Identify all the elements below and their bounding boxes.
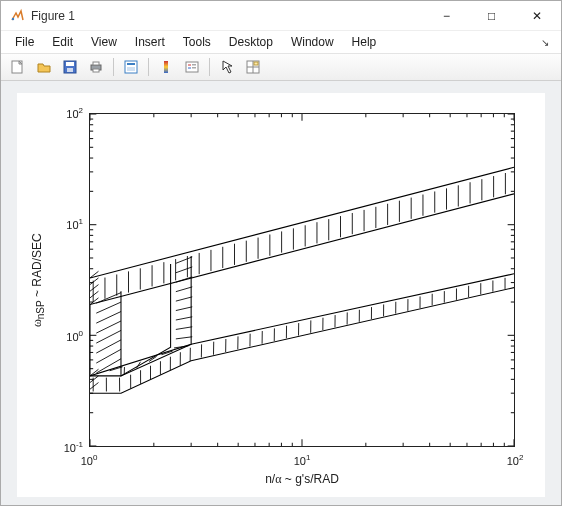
print-button[interactable] — [85, 56, 107, 78]
svg-rect-20 — [254, 62, 258, 65]
svg-rect-15 — [192, 64, 196, 66]
print-preview-button[interactable] — [120, 56, 142, 78]
svg-line-215 — [90, 291, 98, 298]
svg-rect-10 — [127, 67, 135, 71]
svg-rect-6 — [93, 62, 99, 65]
insert-colorbar-button[interactable] — [155, 56, 177, 78]
save-button[interactable] — [59, 56, 81, 78]
x-axis-label: n/α ~ g's/RAD — [89, 472, 515, 487]
menu-window[interactable]: Window — [283, 33, 342, 51]
edit-plot-button[interactable] — [216, 56, 238, 78]
matlab-icon — [9, 8, 25, 24]
svg-line-210 — [176, 267, 192, 273]
menu-file[interactable]: File — [7, 33, 42, 51]
svg-line-193 — [96, 330, 121, 343]
xtick: 101 — [294, 453, 311, 467]
figure-area: ωnSP ~ RAD/SEC 102 101 100 10-1 100 101 … — [1, 81, 561, 505]
y-axis-label: ωnSP ~ RAD/SEC — [29, 113, 47, 447]
ytick: 100 — [57, 329, 83, 343]
svg-line-206 — [176, 307, 192, 311]
svg-line-204 — [176, 327, 192, 330]
insert-legend-button[interactable] — [181, 56, 203, 78]
svg-point-0 — [12, 17, 14, 19]
svg-line-207 — [176, 297, 192, 301]
menu-insert[interactable]: Insert — [127, 33, 173, 51]
menu-edit[interactable]: Edit — [44, 33, 81, 51]
window-title: Figure 1 — [31, 9, 75, 23]
svg-rect-16 — [192, 67, 196, 69]
titlebar: Figure 1 − □ ✕ — [1, 1, 561, 31]
menu-help[interactable]: Help — [344, 33, 385, 51]
data-cursor-button[interactable] — [242, 56, 264, 78]
menu-tools[interactable]: Tools — [175, 33, 219, 51]
toolbar — [1, 53, 561, 81]
ytick: 101 — [57, 217, 83, 231]
svg-rect-4 — [67, 68, 73, 72]
svg-line-192 — [96, 321, 121, 333]
svg-line-191 — [96, 312, 121, 324]
plot-frame: ωnSP ~ RAD/SEC 102 101 100 10-1 100 101 … — [17, 93, 545, 497]
svg-line-213 — [90, 278, 98, 285]
minimize-button[interactable]: − — [424, 2, 469, 30]
svg-line-190 — [96, 302, 121, 313]
svg-rect-7 — [93, 69, 99, 72]
open-button[interactable] — [33, 56, 55, 78]
close-button[interactable]: ✕ — [514, 2, 559, 30]
svg-line-205 — [176, 317, 192, 320]
svg-line-211 — [176, 257, 192, 263]
toolbar-sep — [148, 58, 149, 76]
svg-rect-9 — [127, 63, 135, 65]
svg-line-203 — [176, 337, 192, 339]
new-figure-button[interactable] — [7, 56, 29, 78]
ytick: 102 — [57, 106, 83, 120]
svg-rect-11 — [164, 61, 168, 73]
menubar: File Edit View Insert Tools Desktop Wind… — [1, 31, 561, 53]
svg-line-208 — [176, 287, 192, 292]
axes[interactable] — [89, 113, 515, 447]
xtick: 102 — [507, 453, 524, 467]
svg-line-214 — [90, 285, 98, 292]
toolbar-sep — [209, 58, 210, 76]
toolbar-sep — [113, 58, 114, 76]
svg-rect-3 — [66, 62, 74, 66]
menu-desktop[interactable]: Desktop — [221, 33, 281, 51]
svg-line-209 — [176, 277, 192, 282]
xtick: 100 — [81, 453, 98, 467]
menu-view[interactable]: View — [83, 33, 125, 51]
svg-line-219 — [90, 383, 98, 390]
ytick: 10-1 — [57, 440, 83, 454]
maximize-button[interactable]: □ — [469, 2, 514, 30]
dock-caret-icon[interactable]: ↘ — [535, 35, 555, 50]
